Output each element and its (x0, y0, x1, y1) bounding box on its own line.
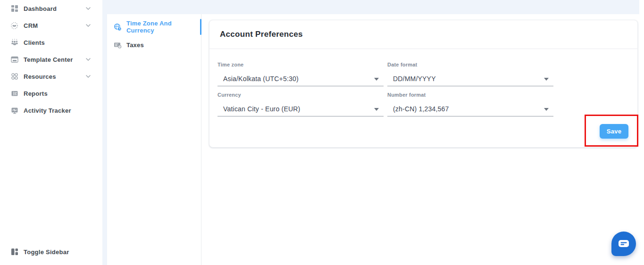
chevron-down-icon (86, 75, 91, 78)
currency-select[interactable]: Vatican City - Euro (EUR) (217, 101, 384, 116)
sidebar-item-reports[interactable]: Reports (0, 85, 102, 102)
page-background-band (102, 0, 107, 265)
sidebar-item-label: Template Center (24, 56, 73, 63)
timezone-currency-icon (114, 23, 122, 31)
field-label: Time zone (217, 62, 384, 68)
field-label: Date format (387, 62, 553, 68)
crm-icon (10, 22, 18, 30)
sidebar-item-label: Clients (24, 39, 45, 46)
sidebar-item-label: Resources (24, 73, 56, 80)
main-content: Account Preferences Time zone Asia/Kolka… (202, 14, 644, 265)
toggle-sidebar-button[interactable]: Toggle Sidebar (0, 243, 102, 260)
field-value: (zh-CN) 1,234,567 (393, 105, 449, 113)
clients-icon (10, 39, 18, 47)
chat-launcher-button[interactable] (611, 232, 636, 256)
field-label: Currency (217, 92, 384, 98)
page-background-strip (102, 0, 639, 14)
settings-nav-panel: Time Zone And Currency Taxes (107, 14, 201, 265)
chat-icon (618, 239, 629, 248)
field-value: Asia/Kolkata (UTC+5:30) (223, 75, 299, 83)
toggle-sidebar-icon (10, 248, 18, 256)
chevron-down-icon (86, 7, 91, 10)
sidebar-item-dashboard[interactable]: Dashboard (0, 0, 102, 17)
save-button[interactable]: Save (600, 124, 628, 139)
field-date-format: Date format DD/MM/YYYY (387, 62, 553, 86)
sidebar-item-resources[interactable]: Resources (0, 68, 102, 85)
number-format-select[interactable]: (zh-CN) 1,234,567 (387, 101, 553, 116)
chevron-down-icon (86, 24, 91, 27)
dropdown-arrow-icon (374, 108, 379, 111)
reports-icon (10, 90, 18, 98)
sidebar-item-activity-tracker[interactable]: Activity Tracker (0, 102, 102, 119)
dropdown-arrow-icon (544, 78, 549, 81)
toggle-sidebar-label: Toggle Sidebar (24, 248, 69, 256)
card-header: Account Preferences (209, 20, 637, 49)
resources-icon (10, 73, 18, 81)
settings-tab-label: Taxes (126, 41, 144, 49)
taxes-icon (114, 41, 122, 49)
main-sidebar: Dashboard CRM Clients Template Cen (0, 0, 102, 265)
timezone-select[interactable]: Asia/Kolkata (UTC+5:30) (217, 71, 384, 86)
sidebar-item-label: Dashboard (24, 5, 57, 12)
field-value: DD/MM/YYYY (393, 75, 436, 83)
account-preferences-card: Account Preferences Time zone Asia/Kolka… (209, 20, 638, 148)
dropdown-arrow-icon (374, 78, 379, 81)
field-value: Vatican City - Euro (EUR) (223, 105, 300, 113)
field-number-format: Number format (zh-CN) 1,234,567 (387, 92, 553, 116)
chevron-down-icon (86, 58, 91, 61)
page-title: Account Preferences (220, 30, 303, 39)
settings-tab-label: Time Zone And Currency (126, 20, 201, 34)
date-format-select[interactable]: DD/MM/YYYY (387, 71, 553, 86)
app-window: Dashboard CRM Clients Template Cen (0, 0, 644, 265)
activity-tracker-icon (10, 107, 18, 115)
dropdown-arrow-icon (544, 108, 549, 111)
dashboard-icon (10, 5, 18, 13)
sidebar-item-clients[interactable]: Clients (0, 34, 102, 51)
sidebar-item-label: Activity Tracker (24, 107, 71, 114)
field-currency: Currency Vatican City - Euro (EUR) (217, 92, 384, 116)
sidebar-item-label: CRM (24, 22, 38, 29)
sidebar-item-crm[interactable]: CRM (0, 17, 102, 34)
settings-tab-timezone-currency[interactable]: Time Zone And Currency (107, 18, 201, 36)
field-label: Number format (387, 92, 553, 98)
template-center-icon (10, 56, 18, 64)
settings-tab-taxes[interactable]: Taxes (107, 36, 201, 54)
field-timezone: Time zone Asia/Kolkata (UTC+5:30) (217, 62, 384, 86)
sidebar-item-template-center[interactable]: Template Center (0, 51, 102, 68)
sidebar-item-label: Reports (24, 90, 48, 97)
